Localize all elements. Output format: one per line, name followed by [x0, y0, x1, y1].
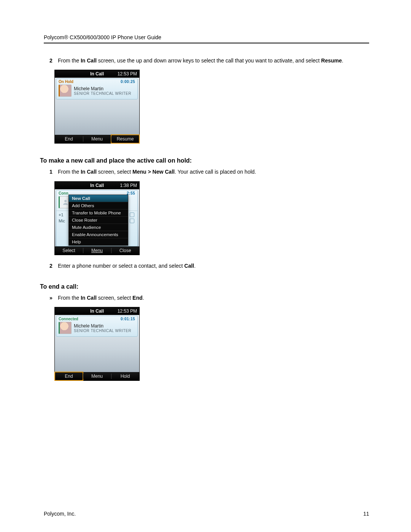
softkey-menu[interactable]: Menu	[83, 135, 111, 143]
contact-name: Michele Martin	[74, 86, 131, 91]
call-status: Conn	[59, 191, 68, 195]
softkey-menu[interactable]: Menu	[83, 246, 111, 255]
screen-title: In Call	[55, 183, 139, 188]
phone-icon	[130, 219, 134, 223]
context-menu: New Call Add Others Transfer to Mobile P…	[68, 195, 128, 246]
softkey-resume[interactable]: Resume	[111, 135, 139, 143]
phone-topbar: In Call 1:38 PM	[55, 182, 139, 189]
softkey-select[interactable]: Select	[55, 246, 83, 255]
softkey-close[interactable]: Close	[111, 246, 139, 255]
step-number: 2	[49, 262, 58, 270]
menu-item-transfer-mobile[interactable]: Transfer to Mobile Phone	[69, 209, 128, 217]
step-text: From the In Call screen, select End.	[58, 294, 369, 302]
step-dial: 2 Enter a phone number or select a conta…	[49, 262, 369, 270]
avatar	[59, 85, 72, 97]
step-number: 2	[49, 57, 58, 64]
softkey-hold[interactable]: Hold	[111, 372, 139, 380]
presence-icon	[130, 212, 134, 217]
phone-screen-onhold: In Call 12:53 PM On Hold 0:00:25 Michele…	[54, 70, 140, 144]
footer-page: 11	[363, 511, 369, 517]
page-header: Polycom® CX500/600/3000 IP Phone User Gu…	[44, 34, 369, 43]
softkey-bar: End Menu Hold	[55, 372, 139, 380]
step-text: From the In Call screen, use the up and …	[58, 57, 369, 64]
menu-item-help[interactable]: Help	[69, 238, 128, 245]
phone-screen-menu: In Call 1:38 PM Conn 2:55 +1 Mic	[54, 181, 140, 255]
person-icon	[62, 199, 68, 205]
step-open-menu: 1 From the In Call screen, select Menu >…	[49, 168, 369, 176]
phone-topbar: In Call 12:53 PM	[55, 307, 139, 315]
phone-body: Conn 2:55 +1 Mic New Call Add Others Tra…	[55, 189, 139, 246]
svg-point-0	[64, 200, 67, 202]
participant-count: +1	[59, 212, 64, 217]
contact-name: Michele Martin	[74, 323, 131, 329]
call-timer: 0:01:15	[121, 317, 135, 321]
call-card: On Hold 0:00:25 Michele Martin SENIOR TE…	[56, 78, 138, 99]
step-text: Enter a phone number or select a contact…	[58, 262, 369, 270]
menu-item-mute-audience[interactable]: Mute Audience	[69, 224, 128, 231]
softkey-bar: Select Menu Close	[55, 246, 139, 255]
menu-item-enable-announcements[interactable]: Enable Announcements	[69, 231, 128, 238]
softkey-end[interactable]: End	[55, 135, 83, 143]
page-footer: Polycom, Inc. 11	[44, 511, 369, 517]
call-card: Connected 0:01:15 Michele Martin SENIOR …	[56, 316, 138, 337]
phone-screen-connected: In Call 12:53 PM Connected 0:01:15 Miche…	[54, 307, 140, 381]
softkey-menu[interactable]: Menu	[83, 372, 111, 380]
step-end: » From the In Call screen, select End.	[49, 294, 369, 302]
section-heading-newcall: To make a new call and place the active …	[40, 157, 369, 164]
contact-role: SENIOR TECHNICAL WRITER	[74, 329, 131, 333]
avatar	[59, 322, 72, 334]
footer-company: Polycom, Inc.	[44, 511, 76, 517]
step-number: 1	[49, 168, 58, 176]
softkey-bar: End Menu Resume	[55, 135, 139, 143]
softkey-end[interactable]: End	[55, 372, 83, 380]
menu-item-close-roster[interactable]: Close Roster	[69, 217, 128, 224]
screen-title: In Call	[55, 308, 139, 314]
page: Polycom® CX500/600/3000 IP Phone User Gu…	[0, 0, 411, 532]
call-timer: 0:00:25	[121, 80, 135, 84]
phone-topbar: In Call 12:53 PM	[55, 70, 139, 78]
phone-body: On Hold 0:00:25 Michele Martin SENIOR TE…	[55, 78, 139, 135]
call-status: On Hold	[59, 80, 73, 84]
call-status: Connected	[59, 317, 78, 321]
screen-title: In Call	[55, 71, 139, 77]
phone-body: Connected 0:01:15 Michele Martin SENIOR …	[55, 315, 139, 372]
section-heading-endcall: To end a call:	[40, 283, 369, 290]
step-text: From the In Call screen, select Menu > N…	[58, 168, 369, 176]
mic-label: Mic	[59, 219, 65, 223]
contact-role: SENIOR TECHNICAL WRITER	[74, 91, 131, 96]
menu-item-add-others[interactable]: Add Others	[69, 202, 128, 209]
step-bullet: »	[49, 294, 58, 302]
step-resume: 2 From the In Call screen, use the up an…	[49, 57, 369, 64]
menu-item-new-call[interactable]: New Call	[69, 195, 128, 202]
